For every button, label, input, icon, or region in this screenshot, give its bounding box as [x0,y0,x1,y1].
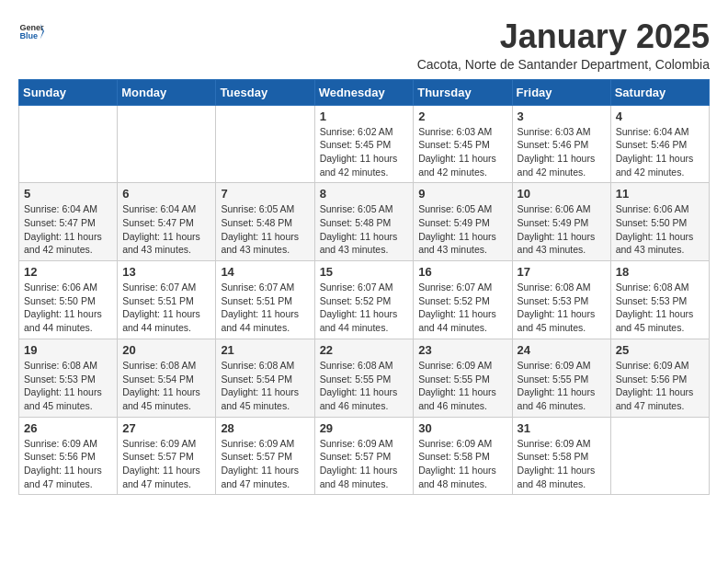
calendar-day-header: Thursday [414,79,512,105]
calendar: SundayMondayTuesdayWednesdayThursdayFrid… [18,79,710,496]
calendar-week-row: 26Sunrise: 6:09 AMSunset: 5:56 PMDayligh… [19,417,710,495]
day-info: Sunrise: 6:04 AMSunset: 5:47 PMDaylight:… [122,202,210,257]
day-info: Sunrise: 6:05 AMSunset: 5:49 PMDaylight:… [418,202,506,257]
calendar-day-header: Monday [118,79,216,105]
calendar-cell: 19Sunrise: 6:08 AMSunset: 5:53 PMDayligh… [19,339,118,417]
day-number: 7 [221,187,309,201]
calendar-cell: 2Sunrise: 6:03 AMSunset: 5:45 PMDaylight… [414,105,512,183]
day-info: Sunrise: 6:06 AMSunset: 5:50 PMDaylight:… [24,281,112,335]
day-info: Sunrise: 6:09 AMSunset: 5:57 PMDaylight:… [221,437,309,491]
day-number: 12 [24,265,112,279]
calendar-cell: 17Sunrise: 6:08 AMSunset: 5:53 PMDayligh… [512,261,610,339]
day-number: 24 [518,343,606,357]
calendar-cell [19,105,118,183]
calendar-cell: 22Sunrise: 6:08 AMSunset: 5:55 PMDayligh… [314,339,414,417]
calendar-week-row: 1Sunrise: 6:02 AMSunset: 5:45 PMDaylight… [19,105,710,183]
calendar-cell: 12Sunrise: 6:06 AMSunset: 5:50 PMDayligh… [19,261,118,339]
calendar-cell: 16Sunrise: 6:07 AMSunset: 5:52 PMDayligh… [414,261,512,339]
day-info: Sunrise: 6:06 AMSunset: 5:50 PMDaylight:… [616,202,704,257]
day-info: Sunrise: 6:06 AMSunset: 5:49 PMDaylight:… [518,202,606,257]
day-number: 14 [221,265,309,279]
month-title: January 2025 [417,18,710,55]
day-info: Sunrise: 6:08 AMSunset: 5:53 PMDaylight:… [24,359,112,413]
day-info: Sunrise: 6:09 AMSunset: 5:55 PMDaylight:… [418,359,506,413]
calendar-cell: 26Sunrise: 6:09 AMSunset: 5:56 PMDayligh… [19,417,118,495]
day-number: 1 [320,109,409,123]
day-info: Sunrise: 6:09 AMSunset: 5:58 PMDaylight:… [518,437,606,491]
calendar-cell: 10Sunrise: 6:06 AMSunset: 5:49 PMDayligh… [512,183,610,261]
day-number: 15 [320,265,409,279]
calendar-cell: 18Sunrise: 6:08 AMSunset: 5:53 PMDayligh… [610,261,709,339]
calendar-cell: 28Sunrise: 6:09 AMSunset: 5:57 PMDayligh… [216,417,314,495]
calendar-cell [118,105,216,183]
day-number: 26 [24,421,112,435]
calendar-cell: 23Sunrise: 6:09 AMSunset: 5:55 PMDayligh… [414,339,512,417]
day-number: 25 [616,343,704,357]
day-info: Sunrise: 6:09 AMSunset: 5:56 PMDaylight:… [24,437,112,491]
header-area: General Blue January 2025 Cacota, Norte … [18,18,710,72]
day-info: Sunrise: 6:05 AMSunset: 5:48 PMDaylight:… [320,202,409,257]
day-info: Sunrise: 6:07 AMSunset: 5:52 PMDaylight:… [418,281,506,335]
calendar-cell: 6Sunrise: 6:04 AMSunset: 5:47 PMDaylight… [118,183,216,261]
calendar-cell: 27Sunrise: 6:09 AMSunset: 5:57 PMDayligh… [118,417,216,495]
day-info: Sunrise: 6:08 AMSunset: 5:53 PMDaylight:… [616,281,704,335]
calendar-cell [610,417,709,495]
day-number: 5 [24,187,112,201]
calendar-cell: 30Sunrise: 6:09 AMSunset: 5:58 PMDayligh… [414,417,512,495]
day-number: 30 [418,421,506,435]
day-info: Sunrise: 6:03 AMSunset: 5:45 PMDaylight:… [418,125,506,179]
day-number: 3 [518,109,606,123]
day-info: Sunrise: 6:05 AMSunset: 5:48 PMDaylight:… [221,202,309,257]
calendar-day-header: Saturday [610,79,709,105]
day-info: Sunrise: 6:09 AMSunset: 5:57 PMDaylight:… [122,437,210,491]
calendar-cell: 21Sunrise: 6:08 AMSunset: 5:54 PMDayligh… [216,339,314,417]
day-number: 11 [616,187,704,201]
calendar-header-row: SundayMondayTuesdayWednesdayThursdayFrid… [19,79,710,105]
calendar-week-row: 12Sunrise: 6:06 AMSunset: 5:50 PMDayligh… [19,261,710,339]
day-info: Sunrise: 6:07 AMSunset: 5:51 PMDaylight:… [221,281,309,335]
svg-text:Blue: Blue [19,31,38,40]
calendar-cell: 15Sunrise: 6:07 AMSunset: 5:52 PMDayligh… [314,261,414,339]
day-number: 16 [418,265,506,279]
day-info: Sunrise: 6:04 AMSunset: 5:47 PMDaylight:… [24,202,112,257]
day-number: 2 [418,109,506,123]
day-number: 28 [221,421,309,435]
calendar-cell: 1Sunrise: 6:02 AMSunset: 5:45 PMDaylight… [314,105,414,183]
calendar-day-header: Tuesday [216,79,314,105]
day-info: Sunrise: 6:03 AMSunset: 5:46 PMDaylight:… [518,125,606,179]
day-number: 10 [518,187,606,201]
calendar-cell: 5Sunrise: 6:04 AMSunset: 5:47 PMDaylight… [19,183,118,261]
day-number: 20 [122,343,210,357]
calendar-cell: 3Sunrise: 6:03 AMSunset: 5:46 PMDaylight… [512,105,610,183]
calendar-cell: 25Sunrise: 6:09 AMSunset: 5:56 PMDayligh… [610,339,709,417]
day-number: 29 [320,421,409,435]
calendar-cell: 14Sunrise: 6:07 AMSunset: 5:51 PMDayligh… [216,261,314,339]
day-number: 13 [122,265,210,279]
day-info: Sunrise: 6:09 AMSunset: 5:56 PMDaylight:… [616,359,704,413]
calendar-cell: 4Sunrise: 6:04 AMSunset: 5:46 PMDaylight… [610,105,709,183]
day-number: 31 [518,421,606,435]
calendar-cell: 20Sunrise: 6:08 AMSunset: 5:54 PMDayligh… [118,339,216,417]
day-info: Sunrise: 6:07 AMSunset: 5:52 PMDaylight:… [320,281,409,335]
day-info: Sunrise: 6:02 AMSunset: 5:45 PMDaylight:… [320,125,409,179]
calendar-cell: 9Sunrise: 6:05 AMSunset: 5:49 PMDaylight… [414,183,512,261]
calendar-cell [216,105,314,183]
calendar-week-row: 5Sunrise: 6:04 AMSunset: 5:47 PMDaylight… [19,183,710,261]
calendar-cell: 24Sunrise: 6:09 AMSunset: 5:55 PMDayligh… [512,339,610,417]
logo: General Blue [18,18,44,44]
day-info: Sunrise: 6:08 AMSunset: 5:54 PMDaylight:… [221,359,309,413]
day-info: Sunrise: 6:08 AMSunset: 5:55 PMDaylight:… [320,359,409,413]
day-number: 22 [320,343,409,357]
calendar-cell: 31Sunrise: 6:09 AMSunset: 5:58 PMDayligh… [512,417,610,495]
title-area: January 2025 Cacota, Norte de Santander … [417,18,710,72]
day-info: Sunrise: 6:08 AMSunset: 5:53 PMDaylight:… [518,281,606,335]
calendar-day-header: Sunday [19,79,118,105]
calendar-cell: 11Sunrise: 6:06 AMSunset: 5:50 PMDayligh… [610,183,709,261]
day-info: Sunrise: 6:08 AMSunset: 5:54 PMDaylight:… [122,359,210,413]
calendar-cell: 7Sunrise: 6:05 AMSunset: 5:48 PMDaylight… [216,183,314,261]
day-info: Sunrise: 6:09 AMSunset: 5:58 PMDaylight:… [418,437,506,491]
calendar-cell: 13Sunrise: 6:07 AMSunset: 5:51 PMDayligh… [118,261,216,339]
day-number: 18 [616,265,704,279]
day-number: 9 [418,187,506,201]
day-number: 21 [221,343,309,357]
